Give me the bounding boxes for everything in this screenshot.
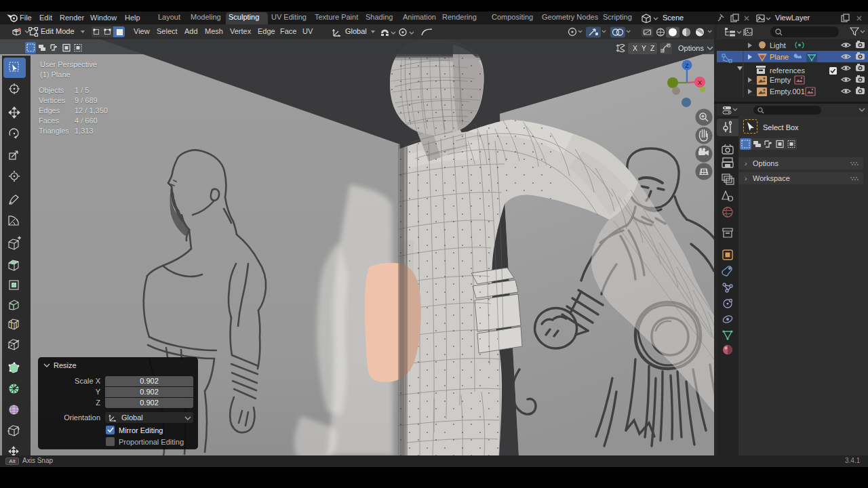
- svg-text:Empty: Empty: [770, 76, 791, 84]
- svg-text:X: X: [633, 44, 637, 52]
- svg-text:Empty.001: Empty.001: [770, 87, 805, 96]
- svg-text:Options: Options: [678, 44, 704, 52]
- svg-text:Plane: Plane: [770, 53, 789, 61]
- svg-text:Y: Y: [642, 44, 646, 52]
- svg-text:Z: Z: [685, 62, 689, 69]
- svg-text:references: references: [770, 66, 805, 75]
- svg-text:Light: Light: [770, 41, 786, 49]
- svg-text:X: X: [698, 79, 702, 86]
- svg-text:Z: Z: [650, 44, 655, 52]
